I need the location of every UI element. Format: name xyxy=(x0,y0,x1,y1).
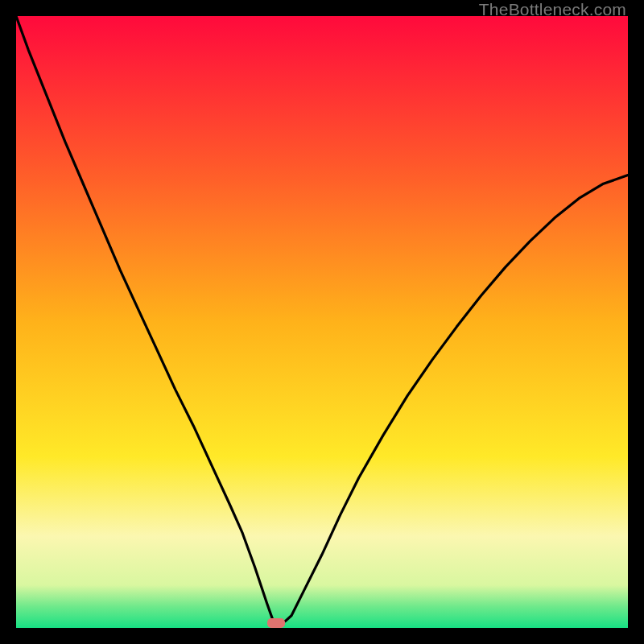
gradient-background xyxy=(16,16,628,628)
bottleneck-chart xyxy=(16,16,628,628)
optimal-marker xyxy=(267,618,285,628)
chart-frame xyxy=(16,16,628,628)
